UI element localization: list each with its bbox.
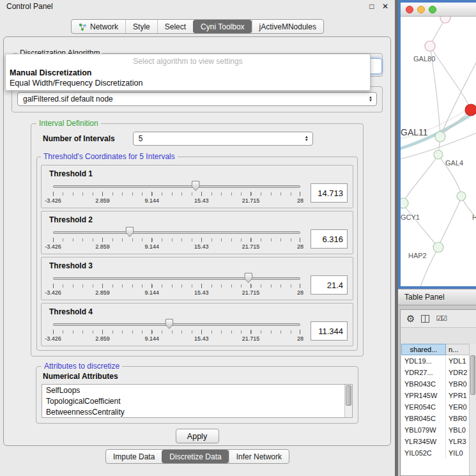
tab-jactivemnodules[interactable]: jActiveMNodules xyxy=(252,20,323,33)
slider-track[interactable] xyxy=(53,323,300,326)
slider-track[interactable] xyxy=(53,277,300,280)
columns-icon[interactable] xyxy=(421,315,429,323)
tab-label: jActiveMNodules xyxy=(259,22,316,31)
number-of-intervals-label: Number of Intervals xyxy=(43,134,115,143)
threshold-slider[interactable]: -3.4262.8599.14415.4321.71528 xyxy=(53,316,300,346)
slider-thumb[interactable] xyxy=(244,273,252,283)
algorithm-placeholder: Select algorithm to view settings xyxy=(6,54,370,68)
table-panel: Table Panel ⚙ ☑☑ shared... n... YDL19...… xyxy=(398,289,476,476)
close-traffic-light[interactable] xyxy=(406,6,413,13)
slider-thumb[interactable] xyxy=(165,319,173,329)
list-item[interactable]: SelfLoops xyxy=(42,385,352,395)
tab-cyni-toolbox[interactable]: Cyni Toolbox xyxy=(193,20,251,33)
node-label-gal4[interactable]: GAL4 xyxy=(445,159,463,167)
table-row[interactable]: YER054CYER0 xyxy=(401,401,476,413)
table-data-combobox[interactable]: galFiltered.sif default node ▲ ▼ xyxy=(17,92,377,106)
network-window-titlebar[interactable] xyxy=(401,3,476,17)
slider-thumb[interactable] xyxy=(192,181,200,191)
node-label-hap2[interactable]: HAP2 xyxy=(408,252,427,259)
node-label-partial[interactable]: H xyxy=(472,213,476,221)
numerical-attributes-list[interactable]: SelfLoops TopologicalCoefficient Between… xyxy=(42,384,353,418)
tab-impute-data[interactable]: Impute Data xyxy=(106,450,162,463)
attributes-to-discretize-group: Attributes to discretize Numerical Attri… xyxy=(36,362,358,424)
number-of-intervals-combobox[interactable]: 5 ▲ ▼ xyxy=(133,132,313,146)
scrollbar-thumb[interactable] xyxy=(470,355,475,395)
table-row[interactable]: YBR043CYBR0 xyxy=(401,378,476,390)
threshold-slider[interactable]: -3.4262.8599.14415.4321.71528 xyxy=(53,178,300,208)
table-toolbar: ⚙ ☑☑ xyxy=(401,310,476,328)
float-window-icon[interactable]: □ xyxy=(369,2,374,11)
network-graph: GAL80 GAL11 GAL4 GCY1 HAP2 H xyxy=(401,17,476,286)
thresholds-coordinates-group: Threshold's Coordinates for 5 Intervals … xyxy=(36,152,358,351)
slider-major-ticks xyxy=(53,330,300,334)
slider-major-ticks xyxy=(53,192,300,196)
tab-select[interactable]: Select xyxy=(157,20,193,33)
threshold-label: Threshold 4 xyxy=(49,307,348,316)
table-row[interactable]: YPR145WYPR1 xyxy=(401,390,476,401)
group-title: Interval Definition xyxy=(36,119,101,128)
select-all-checkbox-icon[interactable]: ☑☑ xyxy=(436,314,446,323)
threshold-panel: Threshold 4 -3.4262.8599.14415.4321.7152… xyxy=(41,303,353,346)
tab-infer-network[interactable]: Infer Network xyxy=(229,450,289,463)
tab-label: Network xyxy=(90,22,118,31)
zoom-traffic-light[interactable] xyxy=(429,6,436,13)
column-header-name[interactable]: n... xyxy=(446,344,472,355)
slider-major-ticks xyxy=(53,238,300,242)
threshold-value-field[interactable]: 11.344 xyxy=(311,321,348,341)
slider-track[interactable] xyxy=(53,185,300,188)
tab-discretize-data[interactable]: Discretize Data xyxy=(162,450,228,463)
close-icon[interactable]: ✕ xyxy=(382,2,388,11)
table-row[interactable]: YBR045CYBR0 xyxy=(401,413,476,424)
threshold-label: Threshold 1 xyxy=(49,169,348,178)
apply-button[interactable]: Apply xyxy=(176,429,219,443)
table-row[interactable]: YDL19...YDL1 xyxy=(401,355,476,367)
control-panel-titlebar[interactable]: Control Panel □ ✕ xyxy=(0,0,395,13)
dropdown-option-manual-discretization[interactable]: Manual Discretization xyxy=(6,68,370,78)
gear-icon[interactable]: ⚙ xyxy=(406,313,415,325)
algorithm-dropdown-popup: Select algorithm to view settings Manual… xyxy=(5,54,371,91)
window-title: Control Panel xyxy=(6,2,53,11)
threshold-slider[interactable]: -3.4262.8599.14415.4321.71528 xyxy=(53,224,300,254)
tab-network[interactable]: Network xyxy=(72,20,125,33)
tab-label: Style xyxy=(133,22,150,31)
tab-label: Impute Data xyxy=(113,452,155,461)
number-of-intervals-row: Number of Intervals 5 ▲ ▼ xyxy=(43,132,355,146)
minimize-traffic-light[interactable] xyxy=(417,6,425,13)
list-item[interactable]: TopologicalCoefficient xyxy=(42,395,352,406)
group-title: Threshold's Coordinates for 5 Intervals xyxy=(41,152,178,161)
list-scrollbar[interactable] xyxy=(344,385,352,417)
scrollbar-thumb[interactable] xyxy=(346,385,351,406)
numerical-attributes-label: Numerical Attributes xyxy=(43,372,353,381)
stepper-down-icon: ▼ xyxy=(369,99,372,102)
table-panel-titlebar[interactable]: Table Panel xyxy=(398,289,476,305)
table-header-row: shared... n... xyxy=(401,344,476,355)
threshold-value-field[interactable]: 21.4 xyxy=(311,275,348,295)
node-label-gal11[interactable]: GAL11 xyxy=(401,127,428,137)
node-table: shared... n... YDL19...YDL1 YDR27...YDR2… xyxy=(401,344,476,475)
threshold-value-field[interactable]: 6.316 xyxy=(311,229,348,249)
slider-scale: -3.4262.8599.14415.4321.71528 xyxy=(53,243,300,251)
tab-label: Cyni Toolbox xyxy=(201,22,244,31)
control-panel-window: Control Panel □ ✕ Network xyxy=(0,0,395,476)
network-canvas[interactable]: GAL80 GAL11 GAL4 GCY1 HAP2 H xyxy=(401,17,476,286)
tab-style[interactable]: Style xyxy=(125,20,157,33)
node-label-gcy1[interactable]: GCY1 xyxy=(401,213,420,221)
slider-thumb[interactable] xyxy=(125,227,134,237)
tab-label: Infer Network xyxy=(236,452,282,461)
combobox-stepper-icon: ▲ ▼ xyxy=(305,132,309,145)
table-row[interactable]: YLR345WYLR3 xyxy=(401,436,476,447)
table-scrollbar[interactable] xyxy=(469,344,476,475)
slider-scale: -3.4262.8599.14415.4321.71528 xyxy=(53,289,300,297)
table-row[interactable]: YBL079WYBL0 xyxy=(401,424,476,436)
table-row[interactable]: YIL052CYIL0 xyxy=(401,447,476,459)
network-icon xyxy=(79,23,87,31)
list-item[interactable]: BetweennessCentrality xyxy=(42,406,352,417)
threshold-slider[interactable]: -3.4262.8599.14415.4321.71528 xyxy=(53,270,300,300)
bottom-tab-strip: Impute Data Discretize Data Infer Networ… xyxy=(105,449,289,464)
threshold-value-field[interactable]: 14.713 xyxy=(311,183,348,203)
table-row[interactable]: YDR27...YDR2 xyxy=(401,367,476,378)
dropdown-option-equal-width-frequency[interactable]: Equal Width/Frequency Discretization xyxy=(6,78,370,88)
node-label-gal80[interactable]: GAL80 xyxy=(413,55,435,63)
column-header-shared-name[interactable]: shared... xyxy=(401,344,446,355)
slider-track[interactable] xyxy=(53,231,300,234)
